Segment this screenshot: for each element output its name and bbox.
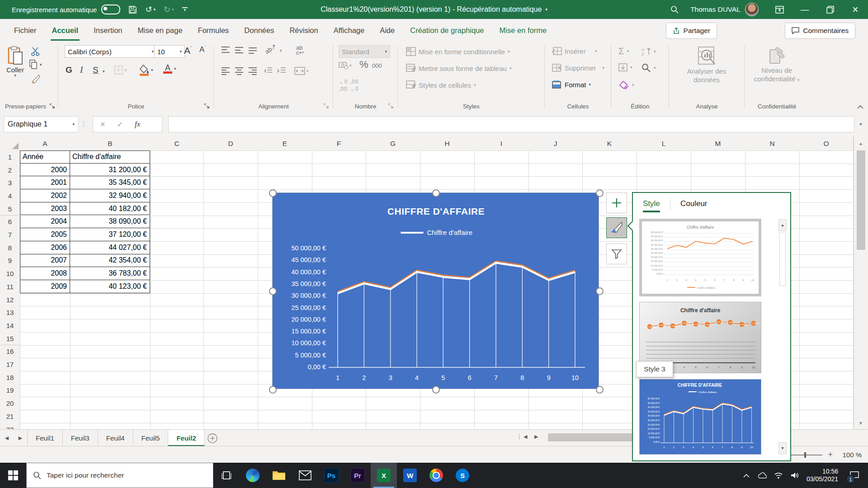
column-header-F[interactable]: F [312, 137, 366, 151]
row-header-9[interactable]: 9 [0, 254, 20, 268]
taskbar-app-word[interactable]: W [397, 463, 423, 488]
borders-icon[interactable]: ▾ [113, 65, 127, 75]
paste-button[interactable]: Coller▾ [6, 46, 24, 78]
font-size-combo[interactable]: 10▾ [154, 45, 185, 58]
row-header-21[interactable]: 21 [0, 410, 20, 423]
chart-filters-button[interactable] [606, 244, 627, 264]
row-header-19[interactable]: 19 [0, 384, 20, 398]
column-header-I[interactable]: I [474, 137, 529, 151]
format-as-table-button[interactable]: Mettre sous forme de tableau▾ [406, 64, 512, 73]
insert-cells-button[interactable]: Insérer▾ [552, 47, 597, 55]
ribbon-tab-cr-ation-de-graphique[interactable]: Création de graphique [402, 19, 491, 42]
table-cell[interactable]: 32 940,00 € [70, 189, 150, 202]
tray-chevron-icon[interactable] [743, 474, 750, 478]
row-header-22[interactable]: 22 [0, 423, 20, 429]
namebox-splitter[interactable]: ⋮ [80, 120, 87, 128]
scroll-down-icon[interactable]: ▼ [856, 418, 866, 428]
table-cell[interactable]: 40 182,00 € [70, 202, 150, 216]
style-panel-scrollbar[interactable]: ▲ ▼ [778, 219, 787, 454]
align-bottom-icon[interactable] [248, 46, 257, 54]
decrease-indent-icon[interactable] [264, 67, 273, 75]
table-cell[interactable]: 2001 [20, 176, 70, 189]
percent-style-icon[interactable]: % [359, 59, 368, 70]
currency-icon[interactable]: ▾ [339, 61, 352, 70]
taskbar-search-input[interactable]: Taper ici pour rechercher [26, 463, 213, 488]
row-header-14[interactable]: 14 [0, 319, 20, 333]
row-header-13[interactable]: 13 [0, 306, 20, 319]
zoom-slider[interactable] [788, 455, 822, 455]
align-left-icon[interactable] [221, 67, 230, 75]
row-header-12[interactable]: 12 [0, 293, 20, 307]
scroll-up-icon[interactable]: ▲ [856, 138, 866, 149]
table-cell[interactable]: 44 027,00 € [70, 241, 150, 254]
column-header-D[interactable]: D [203, 137, 258, 151]
column-header-C[interactable]: C [150, 137, 204, 151]
column-header-A[interactable]: A [20, 137, 71, 151]
font-name-combo[interactable]: Calibri (Corps)▾ [65, 45, 157, 58]
ribbon-tab-affichage[interactable]: Affichage [326, 19, 373, 42]
sheet-tab-feuil5[interactable]: Feuil5 [133, 430, 169, 446]
table-header-cell[interactable]: Année [20, 150, 70, 164]
account-button[interactable]: Thomas DUVAL [690, 3, 759, 16]
enter-icon[interactable]: ✓ [117, 120, 123, 129]
volume-icon[interactable] [790, 472, 799, 479]
increase-decimal-icon[interactable]: ←0 ,00 [339, 79, 359, 85]
column-header-O[interactable]: O [799, 137, 854, 151]
wrap-text-icon[interactable]: abc↩ [296, 45, 304, 55]
row-header-6[interactable]: 6 [0, 216, 20, 229]
task-view-button[interactable] [213, 463, 240, 488]
orientation-icon[interactable]: ab↗ [264, 42, 278, 56]
grow-font-icon[interactable]: Aˆ [184, 45, 192, 56]
zoom-level[interactable]: 100 % [838, 451, 862, 459]
table-cell[interactable]: 2007 [20, 254, 70, 267]
column-header-G[interactable]: G [366, 137, 420, 151]
table-cell[interactable]: 2009 [20, 280, 70, 293]
sheet-tab-feuil3[interactable]: Feuil3 [63, 430, 98, 446]
column-header-J[interactable]: J [528, 137, 583, 151]
name-box[interactable]: Graphique 1▾ [4, 116, 79, 132]
minimize-button[interactable]: — [792, 0, 817, 19]
taskbar-clock[interactable]: 10:56 03/05/2021 [807, 468, 838, 483]
table-cell[interactable]: 2004 [20, 216, 70, 229]
taskbar-app-photoshop[interactable]: Ps [318, 463, 344, 488]
column-header-K[interactable]: K [582, 137, 637, 151]
chart-resize-handle[interactable] [596, 386, 604, 394]
chart-resize-handle[interactable] [269, 189, 277, 197]
table-cell[interactable]: 35 345,00 € [70, 176, 150, 189]
row-header-20[interactable]: 20 [0, 397, 20, 410]
formula-input[interactable] [168, 116, 854, 132]
close-button[interactable]: × [843, 0, 868, 19]
taskbar-app-premiere[interactable]: Pr [344, 463, 371, 488]
shrink-font-icon[interactable]: Aˇ [199, 45, 206, 54]
align-center-icon[interactable] [235, 67, 244, 75]
row-header-4[interactable]: 4 [0, 189, 20, 203]
tab-scrollbar-splitter[interactable]: ⋮ [516, 433, 523, 440]
sheet-tab-feuil2[interactable]: Feuil2 [168, 430, 204, 446]
taskbar-app-explorer[interactable] [266, 463, 292, 488]
column-header-M[interactable]: M [691, 137, 745, 151]
ribbon-tab-accueil[interactable]: Accueil [44, 19, 86, 42]
column-header-E[interactable]: E [258, 137, 312, 151]
chart-style-preview-3[interactable]: CHIFFRE D'AFFAIREChiffre d'affaire50 000… [639, 379, 761, 455]
decrease-decimal-icon[interactable]: ,00 →0 [339, 86, 359, 92]
table-cell[interactable]: 31 200,00 € [70, 164, 150, 177]
onedrive-icon[interactable] [757, 472, 767, 479]
chart-resize-handle[interactable] [269, 287, 277, 295]
chart-elements-button[interactable] [606, 192, 627, 213]
row-header-18[interactable]: 18 [0, 371, 20, 385]
row-header-5[interactable]: 5 [0, 202, 20, 216]
comma-style-icon[interactable]: 000 [372, 62, 382, 69]
column-header-N[interactable]: N [745, 137, 800, 151]
chart-resize-handle[interactable] [596, 287, 604, 295]
number-dialog-launcher-icon[interactable] [388, 103, 394, 109]
undo-button[interactable]: ↺▾ [145, 5, 156, 14]
table-cell[interactable]: 2006 [20, 241, 70, 254]
clipboard-dialog-launcher-icon[interactable] [50, 103, 56, 109]
ribbon-tab-mise-en-forme[interactable]: Mise en forme [492, 19, 555, 42]
chart-resize-handle[interactable] [432, 189, 440, 197]
search-icon[interactable] [670, 5, 679, 14]
table-header-cell[interactable]: Chiffre d'affaire [70, 150, 150, 164]
column-header-B[interactable]: B [70, 137, 151, 151]
ribbon-tab-aide[interactable]: Aide [372, 19, 402, 42]
zoom-in-icon[interactable]: + [828, 450, 833, 460]
